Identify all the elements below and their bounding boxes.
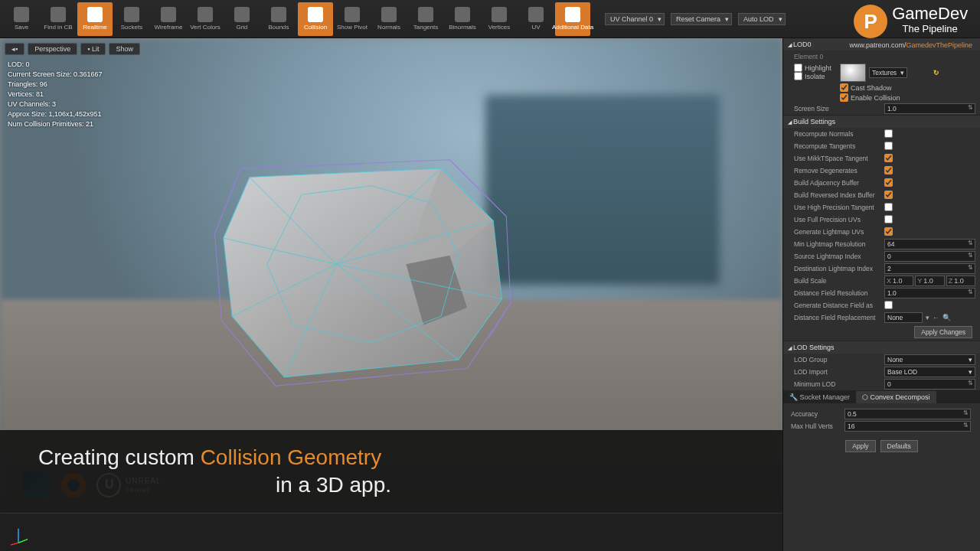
refresh-icon[interactable]: ↻ xyxy=(933,69,939,77)
toolbar-additional[interactable]: Additional Data xyxy=(555,2,590,36)
apply-changes-button[interactable]: Apply Changes xyxy=(914,326,972,338)
viewport-stats: LOD: 0 Current Screen Size: 0.361667 Tri… xyxy=(8,60,103,129)
title-banner: Creating custom Collision Geometry in a … xyxy=(0,430,782,513)
vertices-icon xyxy=(492,7,507,22)
realtime-icon xyxy=(87,7,103,22)
svg-line-2 xyxy=(11,543,18,545)
uv-icon xyxy=(528,7,544,22)
build-cb-4[interactable] xyxy=(884,178,893,187)
collision-icon xyxy=(308,7,323,22)
lod-group-select[interactable]: None xyxy=(884,354,975,365)
build-scale-x[interactable]: X1.0 xyxy=(884,276,913,286)
build-num-13[interactable]: 1.0 xyxy=(884,288,975,298)
lod-import-select[interactable]: Base LOD xyxy=(884,367,975,377)
build-cb-6[interactable] xyxy=(884,203,893,211)
build-cb-2[interactable] xyxy=(884,154,893,162)
build-asset-15[interactable]: None xyxy=(884,312,923,323)
bottom-strip xyxy=(0,513,782,551)
tangents-icon xyxy=(418,7,433,22)
defaults-button[interactable]: Defaults xyxy=(880,440,918,452)
cast-shadow-checkbox[interactable] xyxy=(840,83,848,92)
toolbar-save[interactable]: Save xyxy=(4,2,39,36)
accuracy-input[interactable]: 0.5 xyxy=(844,409,971,419)
details-panel: LOD0 Element 0 Highlight Isolate Texture… xyxy=(782,38,980,551)
brand-overlay: P GameDevThe Pipeline www.patreon.com/Ga… xyxy=(849,5,972,49)
bounds-icon xyxy=(271,7,286,22)
toolbar-binormals[interactable]: Binormals xyxy=(445,2,480,36)
build-cb-3[interactable] xyxy=(884,166,893,174)
min-lod-input[interactable]: 0 xyxy=(884,379,975,390)
toolbar-vertcolors[interactable]: Vert Colors xyxy=(188,2,223,36)
material-thumbnail[interactable] xyxy=(840,64,866,82)
build-cb-5[interactable] xyxy=(884,191,893,199)
toolbar-reset-camera[interactable]: Reset Camera xyxy=(671,13,732,25)
asset-btn-1[interactable]: ← xyxy=(933,314,939,321)
patreon-icon: P xyxy=(854,5,887,38)
enable-collision-checkbox[interactable] xyxy=(840,93,848,102)
build-cb-0[interactable] xyxy=(884,129,893,138)
toolbar-normals[interactable]: Normals xyxy=(371,2,407,36)
toolbar-find[interactable]: Find in CB xyxy=(41,2,76,36)
build-num-10[interactable]: 0 xyxy=(884,251,975,262)
asset-btn-2[interactable]: 🔍 xyxy=(942,314,951,321)
build-num-11[interactable]: 2 xyxy=(884,263,975,274)
max-hull-input[interactable]: 16 xyxy=(844,421,971,432)
save-icon xyxy=(14,7,29,22)
wireframe-icon xyxy=(161,7,176,22)
vertcolors-icon xyxy=(198,7,213,22)
find-icon xyxy=(51,7,66,22)
toolbar-sockets[interactable]: Sockets xyxy=(114,2,149,36)
grid-icon xyxy=(234,7,250,22)
build-cb-8[interactable] xyxy=(884,227,893,236)
tab-socket-manager[interactable]: 🔧 Socket Manager xyxy=(783,391,856,403)
apply-button[interactable]: Apply xyxy=(845,440,875,452)
toolbar-auto-lod[interactable]: Auto LOD xyxy=(738,13,786,25)
binormals-icon xyxy=(455,7,470,22)
additional-icon xyxy=(565,7,580,22)
section-build-settings[interactable]: Build Settings xyxy=(783,116,980,128)
build-scale-y[interactable]: Y1.0 xyxy=(915,276,944,286)
build-cb-7[interactable] xyxy=(884,215,893,223)
lit-button[interactable]: ▪ Lit xyxy=(80,43,106,55)
build-scale-z[interactable]: Z1.0 xyxy=(946,276,975,286)
toolbar-showpivot[interactable]: Show Pivot xyxy=(335,2,370,36)
build-cb-1[interactable] xyxy=(884,142,893,150)
eye-toggle[interactable]: ◂▪ xyxy=(5,43,24,55)
mesh-preview xyxy=(156,142,586,403)
section-lod-settings[interactable]: LOD Settings xyxy=(783,341,980,354)
normals-icon xyxy=(381,7,397,22)
toolbar-tangents[interactable]: Tangents xyxy=(408,2,443,36)
show-button[interactable]: Show xyxy=(109,43,140,55)
svg-line-1 xyxy=(18,540,28,543)
showpivot-icon xyxy=(345,7,360,22)
toolbar-bounds[interactable]: Bounds xyxy=(261,2,296,36)
toolbar-vertices[interactable]: Vertices xyxy=(482,2,517,36)
toolbar-collision[interactable]: Collision xyxy=(298,2,333,36)
toolbar-uv[interactable]: UV xyxy=(518,2,554,36)
sockets-icon xyxy=(124,7,139,22)
screen-size-input[interactable]: 1.0 xyxy=(884,103,975,114)
toolbar-uv-channel[interactable]: UV Channel 0 xyxy=(605,13,665,25)
isolate-checkbox[interactable] xyxy=(794,72,802,80)
toolbar-realtime[interactable]: Realtime xyxy=(77,2,113,36)
tab-convex-decomp[interactable]: ⬡ Convex Decomposi xyxy=(856,391,936,403)
toolbar-grid[interactable]: Grid xyxy=(224,2,260,36)
perspective-button[interactable]: Perspective xyxy=(28,43,77,55)
textures-dropdown[interactable]: Textures xyxy=(869,67,907,78)
build-num-9[interactable]: 64 xyxy=(884,239,975,249)
asset-btn-0[interactable]: ▾ xyxy=(926,314,929,321)
toolbar: SaveFind in CBRealtimeSocketsWireframeVe… xyxy=(0,0,980,38)
highlight-checkbox[interactable] xyxy=(794,64,802,72)
build-cb-14[interactable] xyxy=(884,301,893,309)
toolbar-wireframe[interactable]: Wireframe xyxy=(151,2,186,36)
axis-gizmo xyxy=(8,525,29,546)
